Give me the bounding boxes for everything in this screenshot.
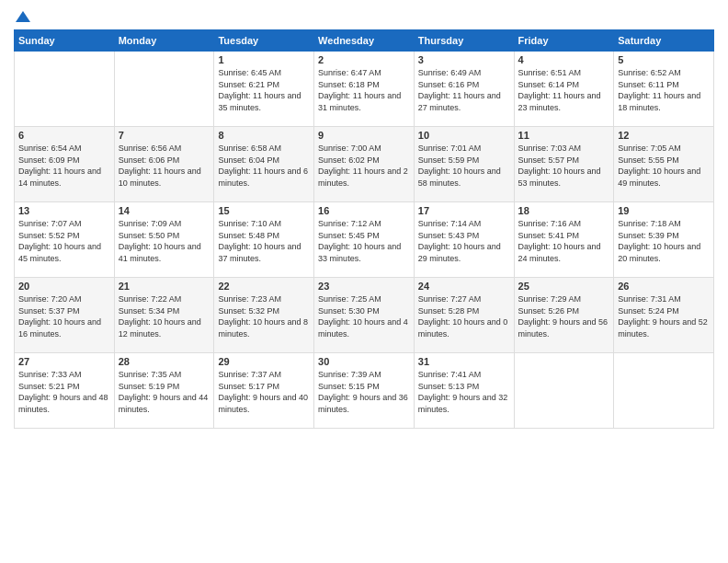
day-number: 21 [119, 281, 210, 292]
day-info: Sunrise: 7:33 AM Sunset: 5:21 PM Dayligh… [18, 369, 110, 415]
day-info: Sunrise: 7:29 AM Sunset: 5:26 PM Dayligh… [518, 293, 610, 339]
day-info: Sunrise: 7:25 AM Sunset: 5:30 PM Dayligh… [318, 293, 410, 339]
day-number: 28 [119, 356, 210, 367]
day-number: 30 [318, 356, 410, 367]
day-number: 5 [618, 54, 710, 65]
calendar-week-row: 20Sunrise: 7:20 AM Sunset: 5:37 PM Dayli… [15, 278, 714, 353]
calendar-week-row: 13Sunrise: 7:07 AM Sunset: 5:52 PM Dayli… [15, 202, 714, 278]
day-info: Sunrise: 6:56 AM Sunset: 6:06 PM Dayligh… [119, 143, 210, 189]
day-info: Sunrise: 7:18 AM Sunset: 5:39 PM Dayligh… [618, 218, 710, 264]
calendar-cell: 17Sunrise: 7:14 AM Sunset: 5:43 PM Dayli… [414, 202, 514, 278]
day-info: Sunrise: 7:01 AM Sunset: 5:59 PM Dayligh… [418, 143, 510, 189]
calendar-cell: 18Sunrise: 7:16 AM Sunset: 5:41 PM Dayli… [514, 202, 614, 278]
day-number: 12 [618, 130, 710, 141]
day-info: Sunrise: 7:16 AM Sunset: 5:41 PM Dayligh… [518, 218, 610, 264]
day-number: 9 [318, 130, 410, 141]
day-number: 31 [418, 356, 510, 367]
day-of-week-header: Thursday [414, 30, 514, 52]
day-number: 25 [518, 281, 610, 292]
day-info: Sunrise: 7:41 AM Sunset: 5:13 PM Dayligh… [418, 369, 510, 415]
calendar-cell [15, 52, 115, 127]
day-of-week-header: Sunday [15, 30, 115, 52]
day-info: Sunrise: 6:58 AM Sunset: 6:04 PM Dayligh… [218, 143, 310, 189]
calendar-cell: 9Sunrise: 7:00 AM Sunset: 6:02 PM Daylig… [314, 127, 415, 202]
day-number: 29 [218, 356, 310, 367]
day-number: 19 [618, 205, 710, 216]
day-number: 6 [18, 130, 110, 141]
day-info: Sunrise: 6:51 AM Sunset: 6:14 PM Dayligh… [518, 67, 610, 113]
day-of-week-header: Wednesday [314, 30, 415, 52]
calendar-cell: 21Sunrise: 7:22 AM Sunset: 5:34 PM Dayli… [114, 278, 214, 353]
day-number: 22 [218, 281, 310, 292]
day-number: 11 [518, 130, 610, 141]
calendar-cell: 5Sunrise: 6:52 AM Sunset: 6:11 PM Daylig… [614, 52, 714, 127]
day-info: Sunrise: 7:23 AM Sunset: 5:32 PM Dayligh… [218, 293, 310, 339]
day-number: 8 [218, 130, 310, 141]
day-info: Sunrise: 7:22 AM Sunset: 5:34 PM Dayligh… [119, 293, 210, 339]
logo [14, 9, 31, 22]
day-number: 7 [119, 130, 210, 141]
day-number: 27 [18, 356, 110, 367]
day-info: Sunrise: 6:45 AM Sunset: 6:21 PM Dayligh… [218, 67, 310, 113]
calendar-cell: 23Sunrise: 7:25 AM Sunset: 5:30 PM Dayli… [314, 278, 415, 353]
day-number: 14 [119, 205, 210, 216]
day-info: Sunrise: 7:03 AM Sunset: 5:57 PM Dayligh… [518, 143, 610, 189]
calendar-cell: 25Sunrise: 7:29 AM Sunset: 5:26 PM Dayli… [514, 278, 614, 353]
calendar-cell: 26Sunrise: 7:31 AM Sunset: 5:24 PM Dayli… [614, 278, 714, 353]
calendar-cell: 22Sunrise: 7:23 AM Sunset: 5:32 PM Dayli… [214, 278, 314, 353]
day-info: Sunrise: 7:27 AM Sunset: 5:28 PM Dayligh… [418, 293, 510, 339]
day-number: 1 [218, 54, 310, 65]
calendar-header-row: SundayMondayTuesdayWednesdayThursdayFrid… [15, 30, 714, 52]
day-info: Sunrise: 6:52 AM Sunset: 6:11 PM Dayligh… [618, 67, 710, 113]
calendar-cell: 15Sunrise: 7:10 AM Sunset: 5:48 PM Dayli… [214, 202, 314, 278]
day-info: Sunrise: 6:54 AM Sunset: 6:09 PM Dayligh… [18, 143, 110, 189]
calendar-cell: 3Sunrise: 6:49 AM Sunset: 6:16 PM Daylig… [414, 52, 514, 127]
calendar-cell: 30Sunrise: 7:39 AM Sunset: 5:15 PM Dayli… [314, 353, 415, 429]
calendar-week-row: 27Sunrise: 7:33 AM Sunset: 5:21 PM Dayli… [15, 353, 714, 429]
day-number: 17 [418, 205, 510, 216]
day-number: 13 [18, 205, 110, 216]
calendar-week-row: 1Sunrise: 6:45 AM Sunset: 6:21 PM Daylig… [15, 52, 714, 127]
logo-icon [15, 9, 31, 26]
day-info: Sunrise: 7:31 AM Sunset: 5:24 PM Dayligh… [618, 293, 710, 339]
calendar-cell: 6Sunrise: 6:54 AM Sunset: 6:09 PM Daylig… [15, 127, 115, 202]
calendar-cell: 2Sunrise: 6:47 AM Sunset: 6:18 PM Daylig… [314, 52, 415, 127]
day-of-week-header: Saturday [614, 30, 714, 52]
day-info: Sunrise: 7:00 AM Sunset: 6:02 PM Dayligh… [318, 143, 410, 189]
day-info: Sunrise: 7:37 AM Sunset: 5:17 PM Dayligh… [218, 369, 310, 415]
calendar-cell: 16Sunrise: 7:12 AM Sunset: 5:45 PM Dayli… [314, 202, 415, 278]
calendar-cell: 8Sunrise: 6:58 AM Sunset: 6:04 PM Daylig… [214, 127, 314, 202]
day-number: 10 [418, 130, 510, 141]
day-number: 4 [518, 54, 610, 65]
day-info: Sunrise: 7:35 AM Sunset: 5:19 PM Dayligh… [119, 369, 210, 415]
day-number: 20 [18, 281, 110, 292]
day-info: Sunrise: 6:47 AM Sunset: 6:18 PM Dayligh… [318, 67, 410, 113]
day-number: 15 [218, 205, 310, 216]
calendar-cell: 10Sunrise: 7:01 AM Sunset: 5:59 PM Dayli… [414, 127, 514, 202]
header [14, 9, 714, 22]
calendar-cell: 4Sunrise: 6:51 AM Sunset: 6:14 PM Daylig… [514, 52, 614, 127]
day-info: Sunrise: 7:14 AM Sunset: 5:43 PM Dayligh… [418, 218, 510, 264]
calendar-cell: 13Sunrise: 7:07 AM Sunset: 5:52 PM Dayli… [15, 202, 115, 278]
calendar-cell: 20Sunrise: 7:20 AM Sunset: 5:37 PM Dayli… [15, 278, 115, 353]
calendar-cell: 28Sunrise: 7:35 AM Sunset: 5:19 PM Dayli… [114, 353, 214, 429]
calendar-cell: 14Sunrise: 7:09 AM Sunset: 5:50 PM Dayli… [114, 202, 214, 278]
calendar-cell: 1Sunrise: 6:45 AM Sunset: 6:21 PM Daylig… [214, 52, 314, 127]
calendar-cell: 27Sunrise: 7:33 AM Sunset: 5:21 PM Dayli… [15, 353, 115, 429]
day-info: Sunrise: 7:05 AM Sunset: 5:55 PM Dayligh… [618, 143, 710, 189]
day-info: Sunrise: 7:10 AM Sunset: 5:48 PM Dayligh… [218, 218, 310, 264]
day-number: 18 [518, 205, 610, 216]
day-of-week-header: Tuesday [214, 30, 314, 52]
calendar-cell [114, 52, 214, 127]
day-info: Sunrise: 7:12 AM Sunset: 5:45 PM Dayligh… [318, 218, 410, 264]
calendar-cell: 19Sunrise: 7:18 AM Sunset: 5:39 PM Dayli… [614, 202, 714, 278]
day-number: 3 [418, 54, 510, 65]
day-number: 23 [318, 281, 410, 292]
calendar-cell: 11Sunrise: 7:03 AM Sunset: 5:57 PM Dayli… [514, 127, 614, 202]
calendar-cell: 29Sunrise: 7:37 AM Sunset: 5:17 PM Dayli… [214, 353, 314, 429]
day-number: 26 [618, 281, 710, 292]
calendar-cell: 24Sunrise: 7:27 AM Sunset: 5:28 PM Dayli… [414, 278, 514, 353]
day-number: 2 [318, 54, 410, 65]
day-info: Sunrise: 7:39 AM Sunset: 5:15 PM Dayligh… [318, 369, 410, 415]
day-number: 24 [418, 281, 510, 292]
